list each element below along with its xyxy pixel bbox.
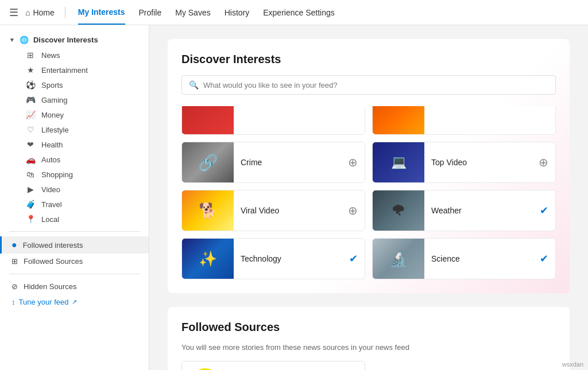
home-icon: ⌂	[25, 8, 30, 17]
partial-card-image-2	[373, 106, 424, 135]
travel-icon: 🧳	[25, 200, 36, 209]
partial-card-2	[372, 106, 556, 135]
home-label: Home	[33, 8, 54, 17]
shopping-label: Shopping	[41, 170, 73, 179]
lifestyle-label: Lifestyle	[41, 126, 69, 134]
source-card-weather-network: The Weather Netw... ✔	[181, 361, 365, 370]
partial-image-bg-2	[373, 106, 424, 135]
interest-card-science: 🔬 Science ✔	[372, 238, 556, 279]
main-content: Discover Interests 🔍	[149, 25, 588, 370]
gaming-icon: 🎮	[25, 95, 36, 104]
technology-label: Technology	[234, 254, 342, 263]
top-navigation: ☰ ⌂ Home My Interests Profile My Saves H…	[0, 0, 588, 25]
gaming-label: Gaming	[41, 96, 68, 104]
followed-sources-icon: ⊞	[11, 257, 18, 266]
hidden-sources-icon: ⊘	[11, 282, 18, 291]
discover-interests-icon: 🌐	[20, 36, 29, 44]
weather-image: 🌪	[373, 190, 424, 231]
sidebar-separator-1	[9, 231, 140, 232]
my-saves-link[interactable]: My Saves	[175, 1, 210, 24]
sidebar-item-followed-interests[interactable]: ● Followed interests	[0, 236, 149, 254]
sidebar-separator-2	[9, 274, 140, 274]
local-icon: 📍	[25, 215, 36, 224]
sidebar-item-gaming[interactable]: 🎮 Gaming	[0, 92, 149, 107]
travel-label: Travel	[41, 200, 62, 209]
sidebar-item-money[interactable]: 📈 Money	[0, 107, 149, 122]
technology-image: ✨	[182, 239, 234, 279]
video-label: Video	[41, 185, 60, 194]
tune-feed-label: Tune your feed	[19, 298, 69, 306]
sports-label: Sports	[41, 81, 63, 89]
sports-icon: ⚽	[25, 80, 36, 89]
hidden-sources-label: Hidden Sources	[24, 282, 77, 291]
viral-label: Viral Video	[234, 206, 341, 215]
autos-icon: 🚗	[25, 155, 36, 164]
my-interests-link[interactable]: My Interests	[78, 1, 125, 25]
followed-interests-icon: ●	[11, 240, 17, 250]
chevron-down-icon: ▼	[9, 37, 15, 43]
followed-sources-label: Followed Sources	[24, 257, 83, 266]
experience-settings-link[interactable]: Experience Settings	[263, 1, 335, 24]
sidebar-item-entertainment[interactable]: ★ Entertainment	[0, 63, 149, 77]
video-icon: ▶	[25, 185, 36, 194]
weather-label: Weather	[424, 206, 533, 215]
followed-sources-title: Followed Sources	[181, 321, 556, 334]
interest-card-technology: ✨ Technology ✔	[181, 238, 365, 279]
search-box[interactable]: 🔍	[181, 75, 556, 95]
tune-feed-link[interactable]: ↕ Tune your feed ↗	[0, 294, 149, 310]
sidebar: ▼ 🌐 Discover Interests ⊞ News ★ Entertai…	[0, 25, 149, 370]
viral-follow-button[interactable]: ⊕	[341, 204, 365, 217]
sidebar-item-health[interactable]: ❤ Health	[0, 137, 149, 152]
technology-followed-icon[interactable]: ✔	[342, 252, 365, 265]
sidebar-item-sports[interactable]: ⚽ Sports	[0, 77, 149, 92]
topvideo-follow-button[interactable]: ⊕	[532, 155, 555, 169]
technology-card-image: ✨	[182, 239, 234, 279]
topvideo-card-image: 💻	[373, 142, 424, 182]
news-icon: ⊞	[25, 50, 36, 60]
followed-sources-section: Followed Sources You will see more stori…	[168, 307, 570, 370]
discover-interests-section: ▼ 🌐 Discover Interests ⊞ News ★ Entertai…	[0, 32, 149, 227]
search-input[interactable]	[203, 81, 548, 89]
discover-interests-label: Discover Interests	[33, 36, 98, 44]
nav-divider	[65, 7, 65, 18]
external-link-icon: ↗	[72, 298, 77, 306]
interest-card-crime: 🔗 Crime ⊕	[181, 142, 365, 183]
news-label: News	[41, 51, 60, 60]
sidebar-item-travel[interactable]: 🧳 Travel	[0, 197, 149, 212]
main-layout: ▼ 🌐 Discover Interests ⊞ News ★ Entertai…	[0, 25, 588, 370]
sidebar-item-local[interactable]: 📍 Local	[0, 212, 149, 227]
sidebar-item-news[interactable]: ⊞ News	[0, 48, 149, 63]
local-label: Local	[41, 215, 59, 224]
sidebar-item-video[interactable]: ▶ Video	[0, 182, 149, 197]
sidebar-item-autos[interactable]: 🚗 Autos	[0, 152, 149, 167]
science-label: Science	[424, 254, 533, 263]
entertainment-label: Entertainment	[41, 66, 88, 75]
discover-interests-header[interactable]: ▼ 🌐 Discover Interests	[0, 32, 149, 48]
science-followed-icon[interactable]: ✔	[533, 252, 555, 265]
hamburger-icon[interactable]: ☰	[9, 6, 18, 19]
health-icon: ❤	[25, 140, 36, 149]
weather-followed-icon[interactable]: ✔	[533, 204, 555, 217]
discover-interests-section: Discover Interests 🔍	[168, 39, 570, 293]
search-icon: 🔍	[189, 80, 199, 89]
crime-follow-button[interactable]: ⊕	[341, 155, 365, 169]
profile-link[interactable]: Profile	[139, 1, 162, 24]
money-label: Money	[41, 111, 64, 119]
lifestyle-icon: ♡	[25, 125, 36, 134]
crime-label: Crime	[234, 158, 341, 167]
history-link[interactable]: History	[225, 1, 250, 24]
partial-cards-row	[181, 106, 556, 135]
sidebar-item-followed-sources[interactable]: ⊞ Followed Sources	[0, 254, 149, 269]
health-label: Health	[41, 141, 63, 149]
crime-image: 🔗	[182, 142, 234, 182]
sidebar-item-lifestyle[interactable]: ♡ Lifestyle	[0, 122, 149, 137]
science-card-image: 🔬	[373, 239, 424, 279]
sidebar-item-shopping[interactable]: 🛍 Shopping	[0, 167, 149, 182]
followed-interests-label: Followed interests	[23, 241, 83, 250]
home-link[interactable]: ⌂ Home	[25, 8, 55, 17]
interests-cards-grid: 🔗 Crime ⊕ 💻 Top Video ⊕ 🐕	[181, 142, 556, 279]
crime-card-image: 🔗	[182, 142, 234, 182]
sidebar-item-hidden-sources[interactable]: ⊘ Hidden Sources	[0, 279, 149, 294]
viral-image: 🐕	[182, 190, 234, 231]
followed-sources-subtitle: You will see more stories from these new…	[181, 343, 556, 352]
